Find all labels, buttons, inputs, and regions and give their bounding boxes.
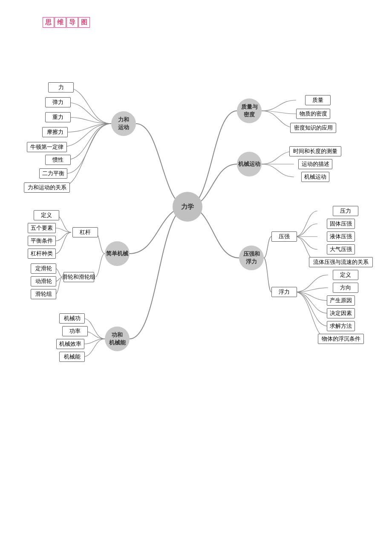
mind-node-rect: 惯性 [45, 155, 71, 165]
mind-node-rect: 求解方法 [327, 321, 355, 331]
mind-node-rect: 压力 [333, 206, 358, 216]
mind-node-rect: 液体压强 [327, 231, 355, 242]
mind-node-circle: 功和机械能 [105, 327, 130, 351]
mind-node-rect: 动滑轮 [31, 276, 56, 286]
mind-node-rect: 物体的浮沉条件 [318, 334, 364, 344]
mind-node-circle: 力学 [173, 192, 202, 222]
mind-node-rect: 定滑轮 [31, 263, 56, 274]
mind-node-rect: 摩擦力 [42, 127, 68, 137]
mind-node-rect: 力 [48, 82, 74, 92]
mind-node-rect: 杠杆 [72, 227, 98, 237]
mind-node-rect: 决定因素 [327, 308, 355, 318]
mind-node-rect: 滑轮组 [31, 289, 56, 299]
mind-node-rect: 二力平衡 [39, 168, 67, 179]
mind-node-rect: 浮力 [271, 287, 297, 297]
mind-node-rect: 物质的密度 [296, 109, 330, 119]
mind-node-rect: 大气压强 [327, 244, 355, 254]
mind-node-rect: 杠杆种类 [28, 249, 56, 259]
mind-node-rect: 产生原因 [327, 295, 355, 306]
mind-node-rect: 质量 [305, 95, 331, 105]
mind-node-circle: 质量与密度 [237, 98, 262, 123]
mind-node-rect: 平衡条件 [28, 236, 56, 246]
mind-node-rect: 机械能 [59, 352, 85, 362]
mind-node-circle: 力和运动 [111, 111, 136, 136]
mind-node-rect: 机械运动 [301, 172, 329, 182]
mind-node-rect: 固体压强 [327, 219, 355, 229]
mind-node-rect: 时间和长度的测量 [289, 146, 341, 156]
mind-node-rect: 功率 [62, 326, 88, 336]
mind-tag: 思维导图 [43, 17, 90, 28]
mind-node-rect: 密度知识的应用 [290, 123, 336, 133]
mind-node-rect: 弹力 [45, 97, 71, 107]
mind-node-rect: 力和运动的关系 [24, 182, 70, 193]
mind-node-rect: 滑轮和滑轮组 [63, 272, 94, 282]
mind-node-circle: 压强和浮力 [239, 246, 264, 270]
mind-node-rect: 流体压强与流速的关系 [309, 257, 373, 267]
mind-node-rect: 重力 [45, 112, 71, 122]
mind-node-rect: 机械功 [59, 313, 85, 324]
mind-node-rect: 运动的描述 [298, 159, 332, 169]
mind-node-rect: 牛顿第一定律 [27, 142, 67, 152]
mind-node-rect: 机械效率 [56, 339, 84, 349]
mind-node-rect: 五个要素 [28, 223, 56, 233]
mind-map-container: 力学力和运动质量与密度机械运动简单机械压强和浮力功和机械能压强浮力力弹力重力摩擦… [4, 32, 388, 382]
mind-node-rect: 定义 [34, 210, 59, 220]
mind-node-circle: 简单机械 [105, 241, 130, 266]
mind-node-rect: 压强 [271, 231, 297, 242]
mind-node-circle: 机械运动 [237, 152, 262, 176]
mind-node-rect: 定义 [333, 270, 358, 280]
mind-node-rect: 方向 [333, 283, 358, 293]
